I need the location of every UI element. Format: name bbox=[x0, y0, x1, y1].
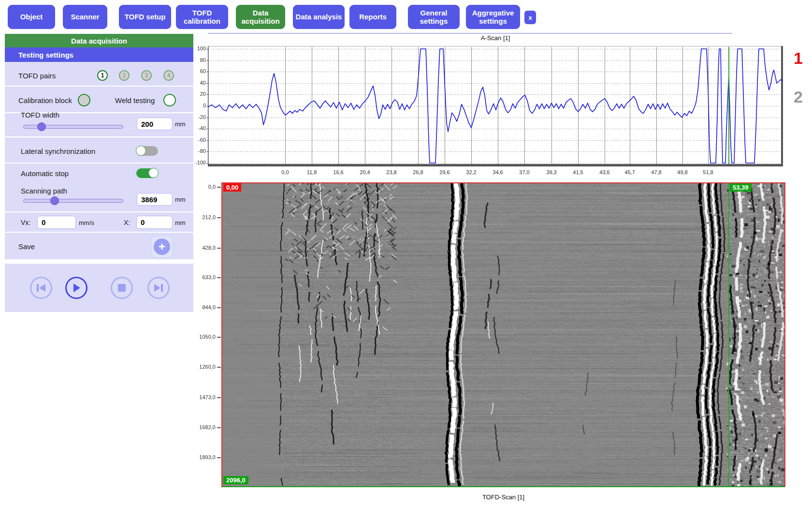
play-icon bbox=[72, 283, 81, 293]
ascan-x-tick: 20,4 bbox=[355, 169, 375, 175]
tick bbox=[206, 140, 209, 141]
tick bbox=[217, 187, 221, 188]
lateral-sync-label: Lateral synchronization bbox=[21, 147, 95, 155]
vx-input[interactable] bbox=[37, 216, 76, 229]
skip-to-end-button[interactable] bbox=[147, 277, 170, 299]
toggle-knob bbox=[148, 168, 159, 178]
bscan-y-tick: 1682,0 bbox=[191, 424, 216, 430]
ascan-x-tick: 0,0 bbox=[276, 169, 295, 175]
x-label: X: bbox=[124, 219, 130, 226]
tofd-width-input[interactable] bbox=[137, 118, 173, 130]
tofd-pair-2[interactable]: 2 bbox=[119, 70, 130, 81]
tofd-width-slider-thumb[interactable] bbox=[37, 122, 46, 131]
ascan-x-tick: 37,0 bbox=[515, 169, 534, 175]
tick bbox=[217, 248, 221, 249]
bscan-title: TOFD-Scan [1] bbox=[221, 493, 785, 501]
ascan-y-tick: -40 bbox=[189, 125, 206, 131]
ascan-x-tick: 47,8 bbox=[647, 169, 666, 175]
auto-stop-toggle[interactable] bbox=[136, 168, 158, 178]
section-testing-settings: Testing settings bbox=[5, 47, 193, 62]
ascan-y-tick: 20 bbox=[189, 91, 206, 97]
ascan-y-tick: 40 bbox=[189, 80, 206, 86]
tofd-width-unit: mm bbox=[175, 120, 186, 128]
tab-aggregative-settings[interactable]: Aggregative settings bbox=[466, 5, 520, 29]
tab-object[interactable]: Object bbox=[8, 5, 55, 29]
tab-tofd-calibration[interactable]: TOFD calibration bbox=[176, 5, 228, 29]
sidebar-panel bbox=[5, 62, 193, 259]
x-unit: mm bbox=[175, 219, 186, 226]
x-input[interactable] bbox=[136, 216, 173, 229]
tick bbox=[206, 163, 209, 164]
channel-1-marker[interactable]: 1 bbox=[794, 50, 803, 66]
skip-to-start-icon bbox=[36, 283, 46, 293]
tick bbox=[206, 106, 209, 106]
tick bbox=[217, 217, 221, 218]
tofd-pair-4[interactable]: 4 bbox=[163, 70, 174, 81]
bscan-y-tick: 633,0 bbox=[191, 274, 216, 280]
play-button[interactable] bbox=[65, 277, 87, 299]
bscan-origin-badge: 0,00 bbox=[223, 183, 241, 192]
ascan-x-tick: 43,6 bbox=[595, 169, 614, 175]
ascan-y-tick: 60 bbox=[189, 68, 206, 74]
app-window: ObjectScannerTOFD setupTOFD calibrationD… bbox=[0, 0, 812, 508]
stop-icon bbox=[117, 284, 126, 292]
tab-reports[interactable]: Reports bbox=[349, 5, 396, 29]
tick bbox=[206, 83, 209, 84]
tick bbox=[217, 277, 221, 278]
bscan-image[interactable] bbox=[222, 183, 784, 486]
bscan-y-tick: 1050,0 bbox=[191, 334, 216, 340]
vx-unit: mm/s bbox=[79, 219, 94, 226]
calibration-block-radio[interactable] bbox=[78, 94, 90, 106]
close-button[interactable]: x bbox=[524, 11, 536, 24]
ascan-x-tick: 32,2 bbox=[462, 169, 481, 175]
stop-button[interactable] bbox=[111, 277, 133, 299]
ascan-x-tick: 51,8 bbox=[698, 169, 718, 175]
ascan-y-tick: -80 bbox=[189, 148, 206, 154]
save-label: Save bbox=[18, 242, 35, 251]
tofd-pair-3[interactable]: 3 bbox=[141, 70, 152, 81]
ascan-x-tick: 11,8 bbox=[302, 169, 321, 175]
scanning-path-label: Scanning path bbox=[21, 187, 67, 195]
divider bbox=[5, 232, 193, 233]
tofd-width-label: TOFD width bbox=[21, 111, 59, 119]
bscan-y-tick: 1893,0 bbox=[191, 454, 216, 460]
ascan-x-tick: 34,6 bbox=[488, 169, 508, 175]
ascan-plot[interactable] bbox=[208, 46, 783, 167]
channel-2-marker[interactable]: 2 bbox=[794, 89, 803, 105]
ascan-y-tick: 0 bbox=[189, 103, 206, 108]
auto-stop-label: Automatic stop bbox=[21, 169, 69, 178]
scanning-path-slider-thumb[interactable] bbox=[50, 196, 59, 205]
tab-tofd-setup[interactable]: TOFD setup bbox=[119, 5, 171, 29]
save-add-button[interactable]: + bbox=[151, 236, 173, 258]
tick bbox=[206, 60, 209, 61]
tick bbox=[206, 129, 209, 129]
ascan-x-tick: 23,8 bbox=[382, 169, 401, 175]
tab-data-acquisition[interactable]: Data acquisition bbox=[236, 5, 285, 29]
plus-icon: + bbox=[154, 239, 170, 255]
tab-scanner[interactable]: Scanner bbox=[63, 5, 107, 29]
ascan-x-tick: 16,6 bbox=[329, 169, 348, 175]
weld-testing-radio[interactable] bbox=[163, 94, 176, 106]
tab-data-analysis[interactable]: Data analysis bbox=[293, 5, 345, 29]
vx-label: Vx: bbox=[21, 219, 30, 226]
bscan-y-tick: 0,0 bbox=[191, 184, 216, 190]
weld-testing-label: Weld testing bbox=[115, 96, 155, 105]
bscan-length-badge: 2096,0 bbox=[223, 476, 248, 484]
skip-to-start-button[interactable] bbox=[30, 277, 52, 299]
ascan-y-tick: -60 bbox=[189, 137, 206, 143]
ascan-title: A-Scan [1] bbox=[208, 34, 783, 42]
tick bbox=[217, 457, 221, 458]
bscan-cursor-badge: 53,39 bbox=[730, 183, 752, 192]
tick bbox=[217, 337, 221, 338]
lateral-sync-toggle[interactable] bbox=[136, 146, 158, 156]
tab-general-settings[interactable]: General settings bbox=[408, 5, 460, 29]
panel-top-rule bbox=[208, 33, 732, 34]
bscan-y-tick: 1260,0 bbox=[191, 364, 216, 370]
tofd-pair-1[interactable]: 1 bbox=[97, 70, 108, 81]
divider bbox=[5, 211, 193, 212]
scanning-path-input[interactable] bbox=[137, 193, 173, 206]
tick bbox=[206, 151, 209, 152]
ascan-x-tick: 41,5 bbox=[568, 169, 588, 175]
scanning-path-slider[interactable] bbox=[23, 199, 123, 203]
tick bbox=[217, 427, 221, 428]
